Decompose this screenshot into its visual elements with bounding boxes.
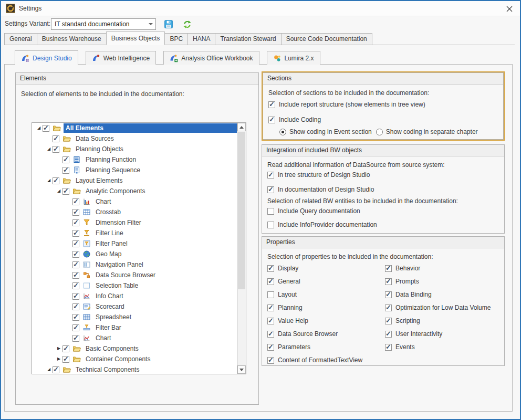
refresh-variant-button[interactable] <box>182 19 192 29</box>
property-checkbox-layout[interactable]: Layout <box>267 290 385 299</box>
tab-business-warehouse[interactable]: Business Warehouse <box>37 33 107 45</box>
close-button[interactable] <box>505 5 514 13</box>
tree-item-label[interactable]: All Elements <box>64 123 237 133</box>
include-query-checkbox[interactable]: Include Query documentation <box>267 207 360 215</box>
expanded-triangle-icon[interactable]: ◢ <box>55 186 62 196</box>
tree-item-label[interactable]: Planning Sequence <box>84 165 237 175</box>
property-checkbox-user-interactivity[interactable]: User Interactivity <box>385 330 491 338</box>
subtab-analysis-office-workbook[interactable]: Analysis Office Workbook <box>163 51 259 65</box>
tree-item-info-chart[interactable]: Info Chart <box>32 291 237 301</box>
checkbox-icon[interactable] <box>62 188 69 195</box>
subtab-lumira-2-x[interactable]: Lumira 2.x <box>267 51 320 65</box>
tree-item-label[interactable]: Basic Components <box>84 344 237 353</box>
variant-combobox[interactable]: IT standard documentation <box>51 18 156 30</box>
tree-item-label[interactable]: Technical Components <box>74 365 237 374</box>
save-variant-button[interactable] <box>163 19 174 29</box>
tree-item-label[interactable]: Planning Function <box>84 155 237 164</box>
documentation-checkbox[interactable]: In documentation of Design Studio <box>267 185 374 194</box>
checkbox-icon[interactable] <box>72 251 79 258</box>
tree-item-label[interactable]: Planning Objects <box>74 144 237 154</box>
checkbox-icon[interactable] <box>53 146 59 153</box>
tree-item-all-elements[interactable]: ◢All Elements <box>32 123 237 133</box>
tree-item-chart[interactable]: Chart <box>32 196 237 207</box>
property-checkbox-data-source-browser[interactable]: Data Source Browser <box>267 330 385 338</box>
tree-item-data-sources[interactable]: Data Sources <box>32 133 237 144</box>
property-checkbox-prompts[interactable]: Prompts <box>385 277 491 286</box>
tree-item-label[interactable]: Data Source Browser <box>93 270 237 280</box>
checkbox-icon[interactable] <box>72 335 79 342</box>
tree-item-label[interactable]: Chart <box>93 197 237 206</box>
tree-item-label[interactable]: Scorecard <box>93 302 237 311</box>
checkbox-icon[interactable] <box>72 219 79 226</box>
property-checkbox-display[interactable]: Display <box>267 264 385 272</box>
tree-item-label[interactable]: Chart <box>93 333 237 343</box>
tree-item-filter-line[interactable]: Filter Line <box>32 228 237 238</box>
tree-item-filter-bar[interactable]: Filter Bar <box>32 322 237 333</box>
tab-business-objects[interactable]: Business Objects <box>106 32 165 45</box>
tree-item-label[interactable]: Selection Table <box>93 281 237 290</box>
subtab-design-studio[interactable]: Design Studio <box>15 50 78 65</box>
scrollbar-thumb[interactable] <box>238 132 245 289</box>
property-checkbox-events[interactable]: Events <box>385 343 491 351</box>
checkbox-icon[interactable] <box>72 272 79 279</box>
checkbox-icon[interactable] <box>72 209 79 216</box>
tree-item-chart[interactable]: Chart <box>32 333 237 343</box>
tree-item-basic-components[interactable]: ▶Basic Components <box>32 343 237 354</box>
collapsed-triangle-icon[interactable]: ▶ <box>55 343 62 354</box>
subtab-web-intelligence[interactable]: Web Intelligence <box>86 51 157 65</box>
checkbox-icon[interactable] <box>72 282 79 289</box>
tree-item-analytic-components[interactable]: ◢Analytic Components <box>32 186 237 196</box>
tree-item-spreadsheet[interactable]: Spreadsheet <box>32 312 237 322</box>
tree-item-label[interactable]: Filter Bar <box>93 323 237 332</box>
tree-item-planning-sequence[interactable]: Planning Sequence <box>32 165 237 175</box>
property-checkbox-planning[interactable]: Planning <box>267 303 385 312</box>
checkbox-icon[interactable] <box>72 293 79 300</box>
collapsed-triangle-icon[interactable]: ▶ <box>55 354 62 364</box>
checkbox-icon[interactable] <box>72 230 79 237</box>
checkbox-icon[interactable] <box>62 345 69 352</box>
tree-item-label[interactable]: Filter Panel <box>93 239 237 248</box>
property-checkbox-parameters[interactable]: Parameters <box>267 343 385 351</box>
include-coding-checkbox[interactable]: Include Coding <box>268 116 321 124</box>
scroll-up-button[interactable] <box>237 123 246 131</box>
tree-item-data-source-browser[interactable]: Data Source Browser <box>32 270 237 280</box>
checkbox-icon[interactable] <box>53 366 59 373</box>
tree-item-filter-panel[interactable]: Filter Panel <box>32 238 237 249</box>
show-coding-chapter-radio[interactable]: Show coding in separate chapter <box>376 128 478 135</box>
tree-item-technical-components[interactable]: ◢Technical Components <box>32 364 237 374</box>
property-checkbox-content-of-formattedtextview[interactable]: Content of FormattedTextView <box>267 356 385 364</box>
tree-item-label[interactable]: Navigation Panel <box>93 260 237 269</box>
checkbox-icon[interactable] <box>62 167 69 174</box>
checkbox-icon[interactable] <box>43 125 49 132</box>
property-checkbox-optimization-for-low-data-volume[interactable]: Optimization for Low Data Volume <box>385 303 491 312</box>
tree-item-label[interactable]: Dimension Filter <box>93 218 237 227</box>
checkbox-icon[interactable] <box>72 198 79 205</box>
tree-item-planning-function[interactable]: Planning Function <box>32 154 237 165</box>
property-checkbox-data-binding[interactable]: Data Binding <box>385 290 491 299</box>
tree-item-dimension-filter[interactable]: Dimension Filter <box>32 217 237 228</box>
checkbox-icon[interactable] <box>72 303 79 310</box>
tree-item-label[interactable]: Filter Line <box>93 228 237 238</box>
include-infoprovider-checkbox[interactable]: Include InfoProvider documentation <box>267 220 377 229</box>
checkbox-icon[interactable] <box>62 356 69 363</box>
tab-general[interactable]: General <box>4 33 37 45</box>
checkbox-icon[interactable] <box>62 156 69 163</box>
tree-item-label[interactable]: Crosstab <box>93 207 237 217</box>
checkbox-icon[interactable] <box>53 135 59 142</box>
tree-item-label[interactable]: Container Components <box>84 354 237 364</box>
tree-item-layout-elements[interactable]: ◢Layout Elements <box>32 175 237 186</box>
tree-item-label[interactable]: Spreadsheet <box>93 312 237 322</box>
tree-item-label[interactable]: Layout Elements <box>74 176 237 185</box>
tab-translation-steward[interactable]: Translation Steward <box>215 33 281 45</box>
tree-item-label[interactable]: Geo Map <box>93 249 237 259</box>
scroll-down-button[interactable] <box>237 365 246 374</box>
checkbox-icon[interactable] <box>53 177 59 184</box>
tree-scrollbar[interactable] <box>237 123 246 374</box>
expanded-triangle-icon[interactable]: ◢ <box>35 123 43 133</box>
checkbox-icon[interactable] <box>72 314 79 321</box>
property-checkbox-scripting[interactable]: Scripting <box>385 317 491 325</box>
tab-hana[interactable]: HANA <box>187 33 215 45</box>
property-checkbox-behavior[interactable]: Behavior <box>385 264 491 272</box>
checkbox-icon[interactable] <box>72 324 79 331</box>
tab-source-code-documentation[interactable]: Source Code Documentation <box>281 33 372 45</box>
